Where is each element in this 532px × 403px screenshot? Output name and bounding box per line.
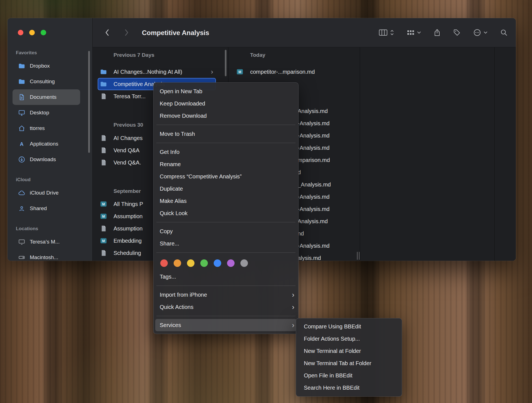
md-icon: M bbox=[236, 68, 243, 75]
file-name-fragment: mparison.md bbox=[298, 157, 330, 163]
file-row[interactable]: AI Changes...Nothing At All) › bbox=[93, 66, 228, 78]
menu-item[interactable]: Get Info bbox=[154, 146, 298, 158]
forward-button[interactable] bbox=[125, 29, 129, 36]
menu-item[interactable]: Compress “Competitive Analysis” bbox=[154, 170, 298, 183]
close-button[interactable] bbox=[18, 30, 23, 35]
sidebar-item[interactable]: Documents bbox=[13, 89, 80, 105]
svg-text:M: M bbox=[102, 215, 105, 218]
folder-icon bbox=[18, 78, 25, 85]
md-icon: M bbox=[100, 237, 107, 244]
tag-gray-dot[interactable] bbox=[240, 259, 248, 267]
tag-blue-dot[interactable] bbox=[214, 259, 221, 267]
submenu-item[interactable]: Open File in BBEdit bbox=[296, 369, 402, 382]
display-icon bbox=[18, 238, 25, 245]
sidebar-item[interactable]: Downloads bbox=[13, 152, 80, 167]
chevron-right-icon bbox=[125, 29, 129, 36]
sidebar-item[interactable]: Consulting bbox=[13, 74, 80, 89]
menu-item[interactable]: Keep Downloaded bbox=[154, 97, 298, 110]
menu-separator bbox=[156, 222, 295, 222]
cloud-icon bbox=[18, 189, 25, 196]
file-name-fragment: nd bbox=[298, 230, 304, 237]
submenu-item[interactable]: Search Here in BBEdit bbox=[296, 382, 402, 394]
sidebar-item[interactable]: A Applications bbox=[13, 136, 80, 152]
submenu-item[interactable]: New Terminal Tab at Folder bbox=[296, 357, 402, 369]
menu-item[interactable]: Copy bbox=[154, 225, 298, 237]
column-resize-handle[interactable] bbox=[357, 252, 359, 260]
menu-item[interactable]: Make Alias bbox=[154, 195, 298, 207]
file-name-fragment: -Analysis.md bbox=[298, 194, 329, 200]
chevron-down-icon bbox=[484, 31, 487, 34]
menu-separator bbox=[156, 286, 295, 286]
tag-red-dot[interactable] bbox=[160, 259, 168, 267]
sidebar-section-locations: Locations bbox=[8, 225, 92, 232]
sidebar-item[interactable]: Desktop bbox=[13, 105, 80, 121]
file-name-fragment: -Analysis.md bbox=[298, 206, 329, 212]
home-icon bbox=[18, 125, 25, 132]
menu-item[interactable]: Quick Look bbox=[154, 207, 298, 219]
page-icon bbox=[100, 93, 107, 100]
menu-item[interactable]: Share... bbox=[154, 237, 298, 250]
sidebar-section-favorites: Favorites bbox=[8, 49, 92, 56]
submenu-item[interactable]: New Terminal at Folder bbox=[296, 345, 402, 357]
chevron-left-icon bbox=[105, 29, 109, 36]
sidebar-scrollbar[interactable] bbox=[88, 51, 90, 153]
column-scrollbar[interactable] bbox=[225, 50, 226, 76]
search-button[interactable] bbox=[500, 29, 508, 36]
file-name-fragment: _Analysis.md bbox=[298, 181, 331, 188]
tag-purple-dot[interactable] bbox=[227, 259, 235, 267]
sidebar-item[interactable]: Teresa’s M... bbox=[13, 234, 80, 250]
submenu-item[interactable]: Compare Using BBEdit bbox=[296, 320, 402, 333]
sidebar-favorites-list: Dropbox Consulting Documents Desktop bbox=[8, 58, 92, 167]
window-controls bbox=[18, 30, 46, 35]
menu-item[interactable]: Move to Trash bbox=[154, 128, 298, 140]
back-button[interactable] bbox=[105, 29, 109, 36]
file-name-fragment: -Analysis.md bbox=[298, 243, 329, 249]
menu-item-tags[interactable]: Tags... bbox=[154, 271, 298, 283]
sidebar-item[interactable]: ttorres bbox=[13, 121, 80, 136]
toolbar-controls bbox=[379, 18, 508, 47]
file-name-fragment: alysis.md bbox=[298, 255, 321, 261]
file-row[interactable]: M competitor-...mparison.md bbox=[228, 66, 360, 78]
sidebar-item[interactable]: Dropbox bbox=[13, 58, 80, 74]
group-by-control[interactable] bbox=[407, 29, 421, 36]
tag-orange-dot[interactable] bbox=[174, 259, 181, 267]
menu-separator bbox=[156, 143, 295, 143]
search-icon bbox=[500, 29, 508, 36]
submenu-arrow-icon: › bbox=[292, 321, 294, 329]
desktop-icon bbox=[18, 109, 25, 116]
sidebar-item[interactable]: Shared bbox=[13, 201, 80, 216]
zoom-button[interactable] bbox=[41, 30, 46, 35]
page-icon bbox=[100, 147, 107, 154]
menu-separator bbox=[156, 125, 295, 125]
menu-item[interactable]: Import from iPhone › bbox=[154, 289, 298, 301]
applications-icon: A bbox=[18, 140, 25, 148]
folder-icon bbox=[100, 80, 107, 88]
folder-icon bbox=[100, 68, 107, 75]
menu-separator bbox=[156, 252, 295, 253]
menu-item[interactable]: Quick Actions › bbox=[154, 301, 298, 313]
disclosure-chevron-icon: › bbox=[211, 68, 213, 75]
menu-item[interactable]: Open in New Tab bbox=[154, 85, 298, 97]
menu-item-services[interactable]: Services › bbox=[155, 319, 297, 331]
group-grid-icon bbox=[407, 29, 415, 36]
group-header: Today bbox=[228, 52, 360, 58]
tags-button[interactable] bbox=[453, 29, 460, 36]
tag-yellow-dot[interactable] bbox=[187, 259, 194, 267]
minimize-button[interactable] bbox=[29, 30, 35, 35]
more-actions-control[interactable] bbox=[473, 29, 487, 36]
submenu-item[interactable]: Folder Actions Setup... bbox=[296, 333, 402, 345]
menu-item[interactable]: Duplicate bbox=[154, 183, 298, 195]
column-divider bbox=[494, 47, 495, 261]
menu-item[interactable]: Rename bbox=[154, 158, 298, 170]
menu-separator bbox=[156, 316, 295, 316]
folder-icon bbox=[18, 62, 25, 70]
sidebar-item[interactable]: Macintosh... bbox=[13, 250, 80, 261]
view-mode-control[interactable] bbox=[379, 29, 394, 36]
sidebar-item[interactable]: iCloud Drive bbox=[13, 185, 80, 201]
share-button[interactable] bbox=[434, 29, 440, 36]
tag-green-dot[interactable] bbox=[200, 259, 208, 267]
window-title: Competitive Analysis bbox=[142, 18, 209, 47]
column-view-icon bbox=[379, 29, 388, 36]
menu-item[interactable]: Remove Download bbox=[154, 110, 298, 122]
svg-text:M: M bbox=[102, 202, 105, 206]
